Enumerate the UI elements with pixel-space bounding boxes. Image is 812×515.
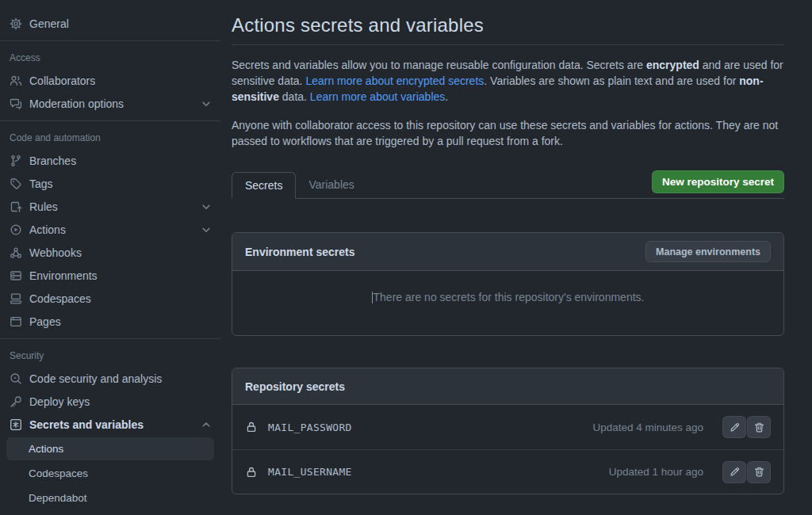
intro-text: .: [445, 90, 448, 103]
sidebar-item-label: Rules: [29, 200, 58, 213]
page-title: Actions secrets and variables: [232, 14, 784, 45]
delete-secret-button[interactable]: [747, 416, 771, 438]
edit-secret-button[interactable]: [722, 461, 746, 483]
repo-push-icon: [10, 200, 22, 213]
tab-variables[interactable]: Variables: [296, 172, 366, 198]
secret-row-actions: [722, 461, 771, 483]
settings-sidebar: General Access Collaborators: [0, 0, 220, 515]
sidebar-item-label: Collaborators: [29, 74, 95, 87]
intro-text: . Variables are shown as plain text and …: [484, 74, 739, 87]
sidebar-item-secrets-and-variables[interactable]: Secrets and variables: [0, 413, 220, 436]
browser-icon: [10, 315, 22, 328]
sidebar-item-actions[interactable]: Actions: [0, 218, 220, 241]
sidebar-item-label: Moderation options: [29, 97, 124, 110]
sidebar-section-access: Access: [0, 51, 220, 65]
sidebar-item-label: Tags: [29, 177, 53, 190]
sidebar-subitem-actions[interactable]: Actions: [6, 437, 214, 460]
new-repository-secret-button[interactable]: New repository secret: [652, 170, 784, 193]
delete-secret-button[interactable]: [747, 461, 771, 483]
key-icon: [10, 395, 22, 408]
lock-icon: [245, 421, 258, 433]
sidebar-item-rules[interactable]: Rules: [0, 195, 220, 218]
intro-text: Secrets and variables allow you to manag…: [232, 59, 646, 71]
collaborator-note: Anyone with collaborator access to this …: [232, 118, 784, 150]
tag-icon: [10, 177, 22, 190]
manage-environments-button[interactable]: Manage environments: [645, 241, 771, 262]
sidebar-subitem-label: Codespaces: [29, 467, 88, 479]
sidebar-subitem-codespaces[interactable]: Codespaces: [6, 462, 214, 485]
secret-updated-timestamp: Updated 4 minutes ago: [592, 422, 703, 433]
sidebar-item-label: Branches: [29, 154, 76, 167]
sidebar-item-codespaces[interactable]: Codespaces: [0, 287, 220, 310]
trash-icon: [753, 422, 765, 433]
learn-more-secrets-link[interactable]: Learn more about encrypted secrets: [305, 74, 484, 87]
lock-icon: [245, 466, 258, 479]
sidebar-item-general[interactable]: General: [0, 12, 220, 35]
tab-list: Secrets Variables: [232, 172, 367, 198]
text-cursor-ibeam: [372, 292, 373, 303]
sidebar-section-security: Security: [0, 349, 220, 363]
sidebar-item-label: Deploy keys: [29, 395, 90, 408]
chevron-down-icon: [200, 200, 213, 213]
play-circle-icon: [10, 223, 22, 236]
intro-text: data.: [279, 90, 310, 103]
people-icon: [10, 74, 22, 87]
sidebar-item-moderation-options[interactable]: Moderation options: [0, 92, 220, 115]
sidebar-subitem-label: Dependabot: [29, 492, 87, 504]
environment-secrets-title: Environment secrets: [245, 246, 355, 258]
comment-discussion-icon: [10, 97, 22, 110]
secret-name: MAIL_PASSWORD: [268, 422, 352, 433]
sidebar-divider: [0, 120, 220, 121]
sidebar-item-label: Actions: [29, 223, 66, 236]
sidebar-section-code-and-automation: Code and automation: [0, 131, 220, 145]
environment-secrets-header: Environment secrets Manage environments: [232, 233, 783, 271]
chevron-up-icon: [200, 418, 213, 431]
encrypted-bold: encrypted: [646, 59, 699, 71]
codespaces-icon: [10, 292, 22, 305]
sidebar-item-pages[interactable]: Pages: [0, 310, 220, 333]
sidebar-item-tags[interactable]: Tags: [0, 172, 220, 195]
sidebar-item-label: Secrets and variables: [29, 418, 144, 431]
sidebar-item-webhooks[interactable]: Webhooks: [0, 241, 220, 264]
secret-row-actions: [722, 416, 771, 438]
secret-name: MAIL_USERNAME: [268, 466, 352, 478]
sidebar-item-label: Environments: [29, 269, 98, 282]
edit-secret-button[interactable]: [722, 416, 746, 438]
server-icon: [10, 269, 22, 282]
intro-paragraph: Secrets and variables allow you to manag…: [232, 58, 784, 105]
sidebar-divider: [0, 40, 220, 41]
repository-secrets-header: Repository secrets: [232, 368, 783, 405]
trash-icon: [753, 466, 765, 478]
repository-secrets-title: Repository secrets: [245, 380, 345, 393]
sidebar-item-environments[interactable]: Environments: [0, 264, 220, 287]
environment-secrets-box: Environment secrets Manage environments …: [232, 232, 784, 336]
empty-message: There are no secrets for this repository…: [373, 291, 645, 303]
sidebar-item-label: General: [29, 17, 69, 30]
sidebar-item-code-security-and-analysis[interactable]: Code security and analysis: [0, 367, 220, 390]
sidebar-item-label: Webhooks: [29, 246, 82, 259]
learn-more-variables-link[interactable]: Learn more about variables: [310, 90, 445, 103]
sidebar-subitem-dependabot[interactable]: Dependabot: [6, 486, 214, 509]
pencil-icon: [729, 466, 741, 478]
repository-secrets-box: Repository secrets MAIL_PASSWORD Updated…: [232, 368, 784, 494]
pencil-icon: [729, 422, 741, 433]
chevron-down-icon: [200, 97, 213, 110]
sidebar-item-label: Codespaces: [29, 292, 91, 305]
secrets-variables-tabnav: Secrets Variables New repository secret: [232, 170, 784, 199]
sidebar-item-branches[interactable]: Branches: [0, 149, 220, 172]
gear-icon: [10, 17, 22, 30]
tab-secrets[interactable]: Secrets: [232, 172, 296, 199]
settings-page: General Access Collaborators: [0, 0, 812, 515]
git-branch-icon: [10, 154, 22, 167]
sidebar-divider: [0, 338, 220, 339]
webhook-icon: [10, 246, 22, 259]
codescan-icon: [10, 372, 22, 385]
secret-row: MAIL_PASSWORD Updated 4 minutes ago: [232, 405, 783, 449]
sidebar-item-label: Code security and analysis: [29, 372, 162, 385]
sidebar-item-collaborators[interactable]: Collaborators: [0, 69, 220, 92]
sidebar-item-deploy-keys[interactable]: Deploy keys: [0, 390, 220, 413]
main-content: Actions secrets and variables Secrets an…: [220, 0, 812, 515]
sidebar-subitem-label: Actions: [29, 443, 63, 455]
secret-row: MAIL_USERNAME Updated 1 hour ago: [232, 449, 783, 494]
secret-box-icon: [10, 418, 22, 431]
